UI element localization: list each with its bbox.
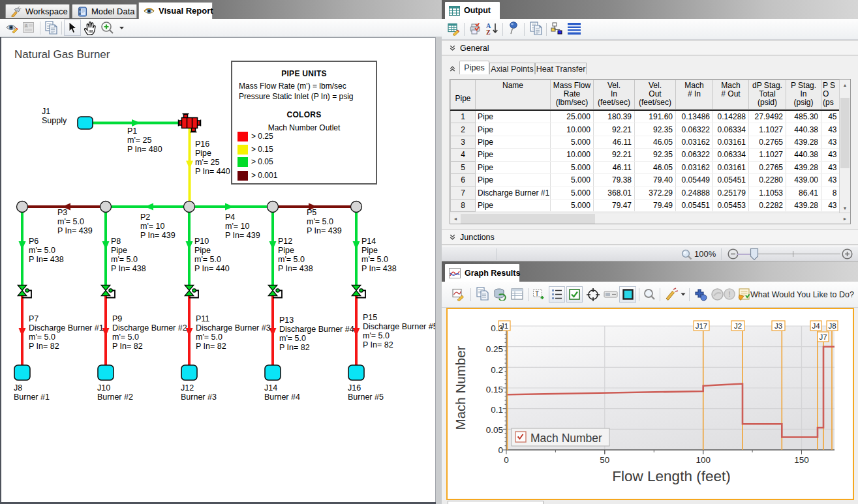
svg-text:50: 50 <box>600 455 609 465</box>
svg-text:0.25: 0.25 <box>486 344 503 354</box>
svg-text:J4: J4 <box>812 322 820 330</box>
svg-text:J17: J17 <box>696 322 708 330</box>
svg-text:J8: J8 <box>828 322 836 330</box>
svg-text:0.3: 0.3 <box>491 323 503 333</box>
svg-text:0: 0 <box>498 445 503 455</box>
svg-text:Flow Length (feet): Flow Length (feet) <box>612 468 730 484</box>
svg-text:A: A <box>25 23 28 28</box>
svg-text:0.2: 0.2 <box>491 365 503 375</box>
svg-text:0.15: 0.15 <box>486 385 503 394</box>
svg-text:Z: Z <box>486 29 491 36</box>
svg-text:0.05: 0.05 <box>486 425 503 435</box>
svg-text:J2: J2 <box>734 322 742 330</box>
svg-text:0.1: 0.1 <box>491 405 503 415</box>
svg-text:0: 0 <box>504 455 509 465</box>
svg-text:Mach Number: Mach Number <box>453 346 468 430</box>
svg-text:!: ! <box>728 291 731 298</box>
svg-text:Mach Number: Mach Number <box>530 432 602 445</box>
svg-text:T: T <box>535 290 539 297</box>
svg-text:J3: J3 <box>774 322 782 330</box>
svg-text:J7: J7 <box>819 333 827 341</box>
svg-text:150: 150 <box>794 455 809 465</box>
svg-text:100: 100 <box>696 455 711 465</box>
